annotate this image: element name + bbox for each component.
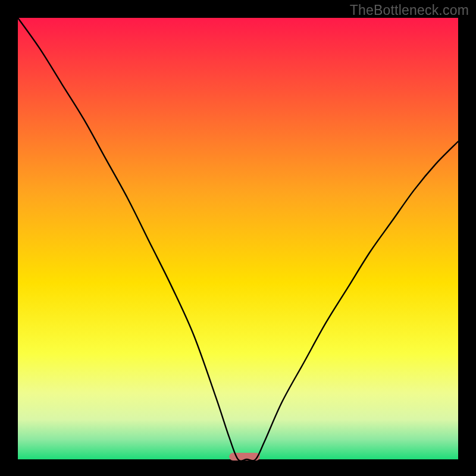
watermark-text: TheBottleneck.com [350,2,469,18]
chart-svg [0,0,476,476]
plot-background [18,18,458,459]
chart-frame: TheBottleneck.com [0,0,476,476]
